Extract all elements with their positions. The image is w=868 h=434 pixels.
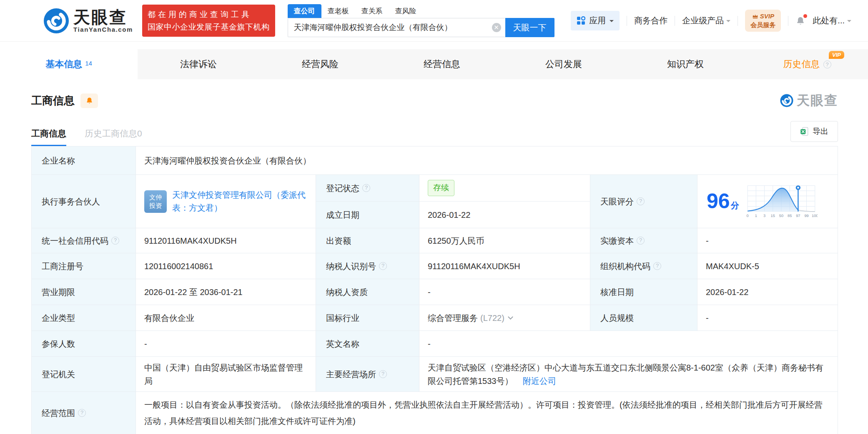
- tab-label: 历史信息: [783, 58, 820, 71]
- field-value-executive-partner: 文仲 投资 天津文仲投资管理有限公司（委派代表：方文君）: [136, 175, 316, 228]
- search-tab-boss[interactable]: 查老板: [321, 4, 355, 18]
- export-label: 导出: [813, 126, 828, 137]
- field-label-taxpayer-quality: 纳税人资质: [316, 279, 419, 305]
- chevron-down-icon: [726, 20, 730, 24]
- clear-search-icon[interactable]: ✕: [492, 23, 501, 32]
- label-text: 主要经营场所: [326, 368, 376, 381]
- tab-operating-info[interactable]: 经营信息: [381, 49, 503, 79]
- industry-name: 综合管理服务: [428, 311, 478, 325]
- header: 天眼查 TianYanCha.com 都在用的商业查询工具 国家中小企业发展子基…: [0, 0, 868, 42]
- field-value-taxpayer-id: 91120116MAK4XUDK5H: [419, 253, 590, 279]
- user-name: 此处有...: [813, 15, 845, 26]
- field-value-registration-number: 120116002140861: [136, 253, 316, 279]
- label-text: 实缴资本: [600, 234, 634, 247]
- help-icon[interactable]: [637, 237, 645, 245]
- tab-history-info[interactable]: 历史信息 VIP: [746, 49, 868, 79]
- header-nav: 应用 商务合作 企业级产品 SVIP 会员服务: [571, 10, 851, 32]
- field-value-staff-size: -: [697, 305, 838, 331]
- help-icon[interactable]: [823, 61, 831, 68]
- svip-label: SVIP: [760, 12, 774, 20]
- tab-label: 基本信息: [45, 58, 82, 71]
- field-value-taxpayer-quality: -: [419, 279, 590, 305]
- tab-company-development[interactable]: 公司发展: [503, 49, 625, 79]
- brand-domain: TianYanCha.com: [73, 26, 133, 33]
- field-value-english-name: -: [419, 331, 838, 357]
- help-icon[interactable]: [78, 409, 86, 417]
- tab-legal-proceedings[interactable]: 法律诉讼: [138, 49, 259, 79]
- partner-company-logo[interactable]: 文仲 投资: [144, 190, 167, 213]
- tab-operating-risk[interactable]: 经营风险: [259, 49, 381, 79]
- search-input[interactable]: [294, 23, 492, 32]
- apps-menu[interactable]: 应用: [571, 11, 620, 30]
- tab-basic-info[interactable]: 基本信息 14: [0, 49, 138, 79]
- tianyancha-logo-icon: [43, 8, 69, 34]
- tianyancha-logo[interactable]: 天眼查 TianYanCha.com: [43, 8, 133, 34]
- field-value-company-name: 天津海河曜仲股权投资合伙企业（有限合伙）: [136, 146, 838, 175]
- svip-badge[interactable]: SVIP 会员服务: [745, 10, 781, 32]
- search-button[interactable]: 天眼一下: [505, 18, 554, 37]
- nearby-companies-link[interactable]: 附近公司: [523, 376, 556, 386]
- business-cooperation-link[interactable]: 商务合作: [634, 15, 667, 26]
- export-button[interactable]: 导出: [790, 121, 838, 142]
- field-label-english-name: 英文名称: [316, 331, 419, 357]
- score-value: 96: [707, 189, 730, 213]
- monitor-bell-button[interactable]: [80, 93, 98, 108]
- field-value-capital: 61250万人民币: [419, 228, 590, 253]
- field-label-tianyan-score: 天眼评分: [590, 175, 697, 228]
- tab-count: 14: [85, 60, 92, 67]
- search-box: ✕ 天眼一下: [288, 18, 554, 37]
- business-info-table: 企业名称 天津海河曜仲股权投资合伙企业（有限合伙） 执行事务合伙人 文仲 投资 …: [31, 146, 838, 434]
- tab-intellectual-property[interactable]: 知识产权: [625, 49, 746, 79]
- partner-logo-line2: 投资: [149, 202, 162, 210]
- excel-icon: [800, 127, 809, 136]
- notification-bell-icon[interactable]: [795, 16, 805, 26]
- partner-company-link[interactable]: 天津文仲投资管理有限公司（委派代表：方文君）: [172, 189, 307, 214]
- help-icon[interactable]: [637, 197, 645, 205]
- field-label-approval-date: 核准日期: [590, 279, 697, 305]
- label-text: 组织机构代码: [600, 260, 650, 273]
- label-text: 天眼评分: [600, 195, 634, 208]
- enterprise-products-link[interactable]: 企业级产品: [682, 15, 730, 26]
- svg-text:100: 100: [812, 214, 818, 218]
- score-unit: 分: [731, 201, 739, 210]
- field-value-insured-count: -: [136, 331, 316, 357]
- field-label-executive-partner: 执行事务合伙人: [32, 175, 136, 228]
- svg-text:85: 85: [788, 214, 792, 218]
- field-value-industry: 综合管理服务 (L722): [419, 305, 590, 331]
- address-text: 天津自贸试验区（空港经济区）中心大道与东五道交口东北侧颐景公寓8-1-602室（…: [428, 363, 823, 386]
- field-label-company-name: 企业名称: [32, 146, 136, 175]
- field-label-taxpayer-id: 纳税人识别号: [316, 253, 419, 279]
- subtab-history-business-info[interactable]: 历史工商信息0: [85, 128, 142, 146]
- chevron-down-icon[interactable]: [508, 314, 513, 320]
- industry-code: (L722): [480, 311, 504, 325]
- svg-text:99: 99: [804, 214, 808, 218]
- svg-text:15: 15: [770, 214, 775, 218]
- section-title: 工商信息: [31, 93, 75, 108]
- user-menu[interactable]: 此处有...: [813, 15, 851, 26]
- svip-sub-label: 会员服务: [750, 21, 775, 29]
- divider: [788, 16, 788, 26]
- search-tabs: 查公司 查老板 查关系 查风险: [288, 4, 554, 18]
- search-tab-relation[interactable]: 查关系: [355, 4, 389, 18]
- field-value-establish-date: 2026-01-22: [419, 202, 590, 228]
- apps-label: 应用: [589, 15, 606, 26]
- notification-dot: [803, 14, 807, 18]
- subtab-business-info[interactable]: 工商信息: [31, 128, 66, 146]
- score-distribution-chart: 013 155085 9799100: [746, 184, 818, 220]
- help-icon[interactable]: [379, 262, 387, 270]
- search-tab-risk[interactable]: 查风险: [389, 4, 423, 18]
- help-icon[interactable]: [362, 184, 370, 192]
- search-tab-company[interactable]: 查公司: [288, 4, 321, 18]
- field-label-industry: 国标行业: [316, 305, 419, 331]
- apps-grid-icon: [577, 16, 585, 25]
- svg-text:1: 1: [755, 214, 757, 218]
- help-icon[interactable]: [111, 237, 119, 245]
- promo-badge: 都在用的商业查询工具 国家中小企业发展子基金旗下机构: [142, 5, 275, 37]
- field-label-paid-capital: 实缴资本: [590, 228, 697, 253]
- help-icon[interactable]: [653, 262, 661, 270]
- divider: [738, 16, 738, 26]
- promo-line2: 国家中小企业发展子基金旗下机构: [148, 21, 270, 33]
- help-icon[interactable]: [379, 370, 387, 378]
- vip-badge: VIP: [829, 51, 844, 59]
- field-label-insured-count: 参保人数: [32, 331, 136, 357]
